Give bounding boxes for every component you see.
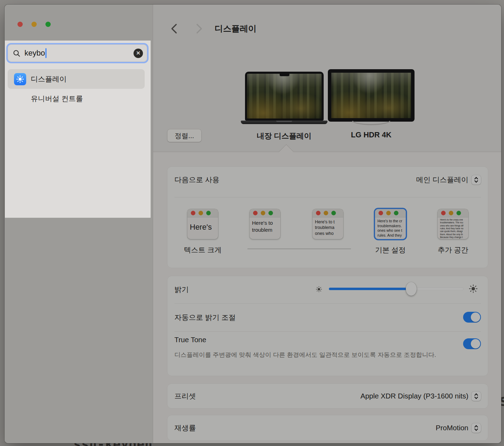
resolution-option-larger-text[interactable]: Here's — [187, 209, 218, 239]
toggle-knob — [471, 339, 480, 348]
resolution-option-default[interactable]: Here's to the crtroublemakers.ones who s… — [375, 209, 406, 239]
resolution-label-larger-text: 텍스트 크게 — [171, 245, 234, 255]
search-query-text: keybo — [24, 49, 45, 58]
search-icon — [13, 49, 21, 57]
true-tone-description: 디스플레이를 주변광에 맞춰 색상이 다른 환경에서도 일관적으로 보이도록 자… — [174, 350, 440, 359]
refresh-rate-dropdown-stepper[interactable] — [471, 423, 481, 433]
unlabeled-options-divider — [247, 249, 351, 249]
sidebar-item-label: 유니버설 컨트롤 — [31, 94, 83, 103]
zoom-window-button[interactable] — [45, 22, 51, 27]
selected-display-pointer — [279, 144, 294, 159]
mini-window-preview-text: Here's totroublem — [250, 217, 280, 233]
brightness-dim-icon — [316, 286, 322, 294]
chevron-up-down-icon — [474, 425, 479, 431]
minimize-window-button[interactable] — [31, 22, 37, 27]
brightness-bright-icon — [469, 285, 477, 294]
close-window-button[interactable] — [17, 22, 23, 27]
resolution-label-default: 기본 설정 — [359, 245, 422, 255]
page-title: 디스플레이 — [215, 23, 257, 34]
use-as-label: 다음으로 사용 — [174, 175, 219, 185]
window-controls — [17, 22, 51, 27]
brightness-slider[interactable] — [329, 288, 463, 290]
brightness-slider-thumb[interactable] — [406, 282, 417, 296]
mini-window-preview-text: Here's to ttroublemaones who — [312, 217, 343, 236]
auto-brightness-label: 자동으로 밝기 조절 — [174, 312, 236, 322]
refresh-rate-section: 재생률 ProMotion — [167, 415, 488, 440]
use-as-value[interactable]: 메인 디스플레이 — [416, 175, 468, 185]
laptop-base — [241, 121, 327, 124]
lg-display-label: LG HDR 4K — [319, 131, 424, 139]
true-tone-label: True Tone — [174, 336, 206, 344]
mini-window-preview-text: Here's to the crazy onetroublemakers. Th… — [438, 217, 468, 239]
chevron-up-down-icon — [474, 393, 479, 400]
preset-value[interactable]: Apple XDR Display (P3-1600 nits) — [360, 392, 468, 400]
preset-section: 프리셋 Apple XDR Display (P3-1600 nits) — [167, 384, 488, 408]
brightness-label: 밝기 — [174, 285, 189, 294]
display-stand — [352, 121, 390, 125]
sidebar-item-label: 디스플레이 — [31, 74, 67, 84]
resolution-label-more-space: 추가 공간 — [422, 245, 484, 255]
brightness-section: 밝기 — [167, 276, 488, 376]
brightness-slider-fill — [329, 288, 411, 290]
arrange-button[interactable]: 정렬... — [167, 129, 201, 142]
display-thumbnail-lg[interactable] — [328, 69, 415, 122]
system-settings-window: keybo ✕ 디스플레이 유니버설 컨트롤 — [5, 5, 501, 443]
preset-dropdown-stepper[interactable] — [471, 391, 481, 401]
refresh-rate-value[interactable]: ProMotion — [436, 424, 468, 432]
mini-window-titlebar — [250, 209, 280, 217]
display-brightness-icon — [14, 73, 26, 85]
resolution-option-3[interactable]: Here's to ttroublemaones who — [312, 209, 343, 239]
builtin-display-wallpaper — [247, 74, 322, 118]
chevron-right-icon — [195, 23, 204, 35]
search-input[interactable]: keybo ✕ — [8, 44, 147, 62]
text-cursor — [45, 48, 46, 58]
mini-window-titlebar — [375, 209, 406, 217]
true-tone-toggle[interactable] — [463, 338, 481, 349]
mini-window-titlebar — [438, 209, 468, 217]
clear-search-button[interactable]: ✕ — [134, 49, 143, 58]
laptop-notch — [280, 74, 289, 76]
mini-window-preview-text: Here's — [187, 217, 218, 232]
lg-display-wallpaper — [331, 73, 411, 118]
chevron-up-down-icon — [474, 177, 479, 183]
auto-brightness-toggle[interactable] — [463, 312, 481, 323]
main-panel: 디스플레이 내장 디스플레이 LG HDR 4K 정렬... 다음으로 사용 메… — [153, 5, 501, 443]
forward-button[interactable] — [195, 23, 204, 35]
mini-window-titlebar — [187, 209, 218, 217]
refresh-rate-label: 재생률 — [174, 423, 196, 433]
mini-window-preview-text: Here's to the crtroublemakers.ones who s… — [375, 217, 406, 238]
chevron-left-icon — [170, 23, 179, 35]
sidebar-item-display[interactable]: 디스플레이 — [8, 69, 145, 89]
back-button[interactable] — [170, 23, 179, 35]
mini-window-titlebar — [312, 209, 343, 217]
sidebar: keybo ✕ 디스플레이 유니버설 컨트롤 — [5, 5, 153, 443]
resolution-option-more-space[interactable]: Here's to the crazy onetroublemakers. Th… — [438, 209, 468, 239]
resolution-option-2[interactable]: Here's totroublem — [250, 209, 280, 239]
preset-label: 프리셋 — [174, 391, 196, 401]
use-as-dropdown-stepper[interactable] — [471, 175, 481, 185]
sidebar-item-universal-control[interactable]: 유니버설 컨트롤 — [8, 89, 145, 108]
display-thumbnail-builtin[interactable] — [245, 72, 324, 121]
use-as-section: 다음으로 사용 메인 디스플레이 Here's Here's totrouble… — [167, 167, 488, 268]
toggle-knob — [471, 312, 480, 322]
